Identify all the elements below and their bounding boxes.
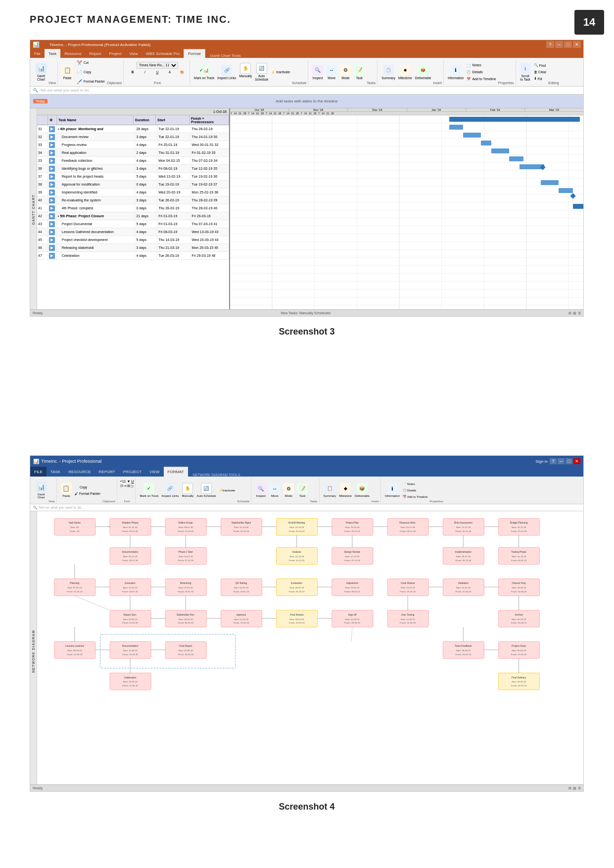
- task-button[interactable]: 📝 Task: [353, 64, 366, 81]
- fill-button[interactable]: ⬇Fill: [533, 76, 548, 82]
- help-icon[interactable]: ?: [546, 41, 554, 48]
- nd-minimize-button[interactable]: ─: [558, 458, 565, 464]
- nd-restore-button[interactable]: □: [566, 458, 572, 464]
- italic-button[interactable]: I: [139, 70, 151, 74]
- nd-inspect-button[interactable]: 🔍 Inspect: [254, 482, 267, 498]
- task-mode: ▶: [48, 173, 57, 180]
- nd-move-button[interactable]: ↔ Move: [268, 482, 281, 498]
- copy-button[interactable]: 📄Copy: [75, 68, 106, 77]
- nd-mode-button[interactable]: ⚙ Mode: [282, 482, 295, 498]
- close-button[interactable]: ✕: [573, 41, 581, 48]
- scroll-to-task-button[interactable]: ↕ Scroll to Task: [519, 62, 532, 82]
- nd-help-button[interactable]: ?: [550, 458, 557, 464]
- paste-button[interactable]: 📋 Paste: [61, 64, 74, 81]
- nd-summary-button[interactable]: 📋 Summary: [323, 482, 337, 498]
- nd-tab-file[interactable]: FILE: [30, 467, 47, 477]
- cut-button[interactable]: ✂️Cut: [75, 58, 106, 67]
- details-button[interactable]: 📋Details: [466, 69, 497, 75]
- underline-button[interactable]: U: [151, 70, 163, 74]
- inactivate-button[interactable]: ⚡Inactivate: [270, 62, 291, 82]
- nd-tab-report[interactable]: REPORT: [95, 467, 119, 477]
- view-icon-1[interactable]: ⊞: [568, 311, 571, 315]
- nd-manually-button[interactable]: ✋ Manually: [181, 482, 194, 498]
- nd-details-button[interactable]: 📋Details: [402, 487, 428, 493]
- nd-auto-button[interactable]: 🔄 Auto Schedule: [195, 482, 217, 498]
- mark-on-track-button[interactable]: ✓📊 Mark on Track: [193, 64, 215, 81]
- tab-format[interactable]: Format: [184, 49, 205, 58]
- nd-gantt-chart-button[interactable]: 📊 Gantt Chart: [35, 481, 47, 500]
- inspect-button[interactable]: 🔍 Inspect: [311, 64, 324, 81]
- nd-tab-view[interactable]: VIEW: [145, 467, 163, 477]
- add-to-timeline-button[interactable]: 📅Add to Timeline: [466, 76, 497, 82]
- tab-report[interactable]: Report: [86, 49, 105, 58]
- task-start: Fri 01-03-19: [157, 220, 190, 228]
- find-button[interactable]: 🔍Find: [533, 62, 548, 68]
- nd-view-icon-2[interactable]: ▤: [573, 786, 576, 790]
- clear-button[interactable]: 🗑Clear: [533, 69, 548, 75]
- task-name: ▪ 4th phase: Monitoring and: [57, 125, 136, 133]
- font-color-button[interactable]: A: [164, 70, 176, 74]
- tab-view[interactable]: View: [126, 49, 142, 58]
- nd-notes-button[interactable]: 📄Notes: [402, 481, 428, 486]
- tab-resource[interactable]: Resource: [60, 49, 85, 58]
- tab-wbs[interactable]: WBS Schedule Pro: [142, 49, 184, 58]
- nd-tab-resource[interactable]: RESOURCE: [64, 467, 94, 477]
- notes-button[interactable]: 📄Notes: [466, 62, 497, 68]
- svg-text:Final Report: Final Report: [179, 645, 192, 647]
- format-painter-button[interactable]: 🖌️Format Painter: [75, 77, 106, 86]
- nd-tab-project[interactable]: PROJECT: [119, 467, 145, 477]
- summary-button[interactable]: 📋 Summary: [380, 64, 396, 81]
- nd-information-button[interactable]: ℹ Information: [384, 482, 401, 498]
- gantt-chart-button[interactable]: 📊 Gantt Chart: [35, 62, 47, 82]
- tab-project[interactable]: Project: [105, 49, 126, 58]
- bold-button[interactable]: B: [127, 70, 139, 74]
- view-icon-3[interactable]: ☰: [578, 311, 581, 315]
- svg-text:Start: 18-03-19: Start: 18-03-19: [289, 618, 304, 621]
- svg-text:Team Feedback: Team Feedback: [455, 645, 472, 647]
- font-family-select[interactable]: Times New Ro... 11: [137, 62, 178, 69]
- task-id: 34: [37, 149, 48, 156]
- nd-format-painter-button[interactable]: 🖌Format Painter: [74, 491, 101, 496]
- nd-view-icon-1[interactable]: ⊞: [568, 786, 571, 790]
- nd-tab-format[interactable]: FORMAT: [164, 467, 188, 477]
- nd-deliverable-button[interactable]: 📦 Deliverable: [354, 482, 371, 498]
- minimize-button[interactable]: ─: [555, 41, 563, 48]
- tab-task[interactable]: Task: [45, 49, 60, 58]
- nd-view-icon-3[interactable]: ☰: [578, 786, 581, 790]
- task-id: 44: [37, 228, 48, 236]
- window-controls[interactable]: ? ─ □ ✕: [546, 41, 581, 48]
- inspect-links-button[interactable]: 🔗 Inspect Links: [216, 64, 237, 81]
- task-id: 38: [37, 181, 48, 188]
- nd-paste-button[interactable]: 📋 Paste: [60, 482, 73, 498]
- auto-schedule-button[interactable]: 🔄 Auto Schedule: [254, 62, 269, 82]
- nd-milestone-button[interactable]: ◆ Milestone: [338, 482, 353, 498]
- mode-button[interactable]: ⚙ Mode: [339, 64, 352, 81]
- nd-add-timeline-button[interactable]: 📅Add to Timeline: [402, 494, 428, 499]
- nd-close-button[interactable]: ✕: [573, 458, 580, 464]
- manually-schedule-button[interactable]: ✋ Manually: [238, 62, 253, 82]
- svg-text:Analysis: Analysis: [292, 551, 302, 553]
- milestone-button[interactable]: ◆ Milestone: [397, 64, 413, 81]
- nd-task-button[interactable]: 📝 Task: [296, 482, 309, 498]
- view-icon-2[interactable]: ▤: [573, 311, 576, 315]
- nd-content-area: Task Name Start: XX Finish: XX Initiatio…: [37, 511, 583, 791]
- svg-text:Finish: 30-11-18: Finish: 30-11-18: [122, 559, 138, 562]
- background-color-button[interactable]: 🎨: [176, 70, 188, 75]
- task-mode: ▶: [48, 196, 57, 204]
- nd-sign-in[interactable]: Sign in: [536, 459, 548, 464]
- task-start: Tue 22-01-19: [157, 125, 190, 133]
- restore-button[interactable]: □: [564, 41, 572, 48]
- nd-title-left: 📊 TimeInc. - Project Professional: [33, 459, 101, 464]
- nd-inspect-links-button[interactable]: 🔗 Inspect Links: [160, 482, 180, 498]
- nd-copy-button[interactable]: 📄Copy: [74, 484, 101, 490]
- deliverable-button[interactable]: 📦 Deliverable: [414, 64, 432, 81]
- view-label: View: [48, 81, 56, 85]
- nd-tab-task[interactable]: TASK: [47, 467, 64, 477]
- move-button[interactable]: ↔ Move: [325, 64, 338, 81]
- task-duration: 4 days: [135, 252, 157, 259]
- nd-window-controls[interactable]: ? ─ □ ✕: [550, 458, 580, 464]
- information-button[interactable]: ℹ Information: [447, 64, 465, 81]
- nd-mark-on-track-button[interactable]: ✓ Mark on Track: [139, 482, 159, 498]
- nd-inactivate-button[interactable]: ⚡Inactivate: [218, 482, 236, 498]
- tab-file[interactable]: File: [30, 49, 45, 58]
